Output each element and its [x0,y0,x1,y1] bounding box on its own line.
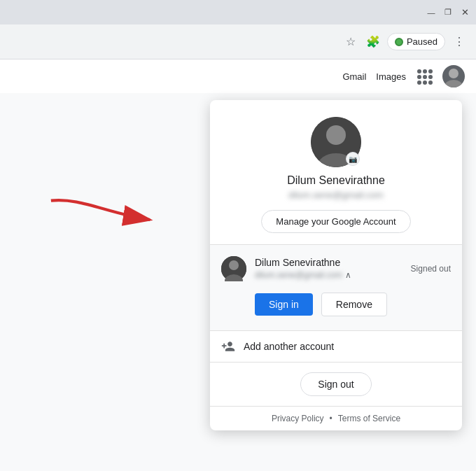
privacy-policy-link[interactable]: Privacy Policy [272,414,324,423]
red-arrow [42,195,168,237]
sign-in-button[interactable]: Sign in [255,293,313,316]
profile-name: Dilum Senevirathne [287,174,385,187]
popup-header: 📷 Dilum Senevirathne dilum.sene@gmail.co… [210,100,462,245]
chevron-up-icon: ∧ [345,270,351,280]
apps-icon[interactable] [416,68,433,85]
paused-button[interactable]: Paused [387,33,445,50]
svg-point-1 [444,80,463,87]
footer-separator: • [330,414,332,423]
google-bar: Gmail Images [0,59,476,93]
camera-badge[interactable]: 📷 [346,152,360,166]
maximize-button[interactable]: ❐ [442,7,454,18]
account-info: Dilum Senevirathne dilum.sene@gmail.com … [255,257,402,281]
remove-button[interactable]: Remove [321,293,387,316]
svg-point-7 [229,260,239,270]
svg-point-4 [326,125,346,145]
signed-out-label: Signed out [411,264,451,274]
manage-account-button[interactable]: Manage your Google Account [261,210,410,233]
account-popup: 📷 Dilum Senevirathne dilum.sene@gmail.co… [210,100,462,430]
extensions-icon[interactable]: 🧩 [365,34,382,50]
account-row: Dilum Senevirathne dilum.sene@gmail.com … [210,251,462,287]
gmail-link[interactable]: Gmail [342,71,366,82]
user-avatar[interactable] [442,65,465,87]
images-link[interactable]: Images [376,71,406,82]
minimize-button[interactable]: — [426,7,437,18]
add-account-row[interactable]: Add another account [210,331,462,363]
sign-out-button[interactable]: Sign out [300,372,371,396]
account-avatar [221,256,246,281]
account-email: dilum.sene@gmail.com ∧ [255,268,402,281]
account-name: Dilum Senevirathne [255,257,402,268]
svg-point-0 [449,69,458,78]
profile-photo-container: 📷 [311,117,361,167]
browser-toolbar: ☆ 🧩 Paused ⋮ [0,24,476,59]
terms-link[interactable]: Terms of Service [338,414,400,423]
page-background: 📷 Dilum Senevirathne dilum.sene@gmail.co… [0,93,476,471]
sign-out-section: Sign out [210,363,462,407]
signin-remove-row: Sign in Remove [210,287,462,325]
menu-icon[interactable]: ⋮ [451,34,468,50]
title-bar: — ❐ ✕ [0,0,476,24]
add-account-label: Add another account [244,341,334,352]
paused-dot [395,38,403,46]
popup-footer: Privacy Policy • Terms of Service [210,407,462,430]
profile-email: dilum.sene@gmail.com [288,190,383,200]
paused-label: Paused [407,36,438,47]
add-account-icon [221,339,235,353]
account-section: Dilum Senevirathne dilum.sene@gmail.com … [210,245,462,331]
close-button[interactable]: ✕ [459,7,470,18]
bookmark-icon[interactable]: ☆ [342,34,359,50]
